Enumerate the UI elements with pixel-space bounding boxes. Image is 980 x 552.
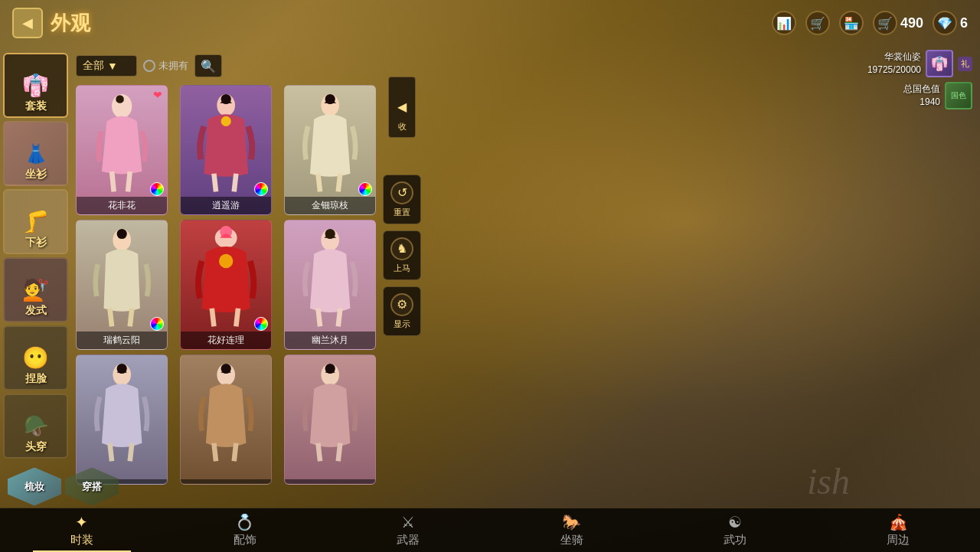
svg-point-11: [219, 254, 233, 268]
color-picker-dot-4[interactable]: [150, 317, 164, 331]
tab-weapon[interactable]: ⚔ 武器: [327, 508, 490, 552]
chuanda-button[interactable]: 穿搭: [57, 465, 126, 508]
costume-name-8: [181, 479, 271, 484]
ranking-icon[interactable]: 📊: [772, 11, 796, 35]
skill-icon: ☯: [728, 513, 742, 531]
color-badge-icon[interactable]: 国色: [945, 82, 972, 109]
info-row-2: 总国色值 1940 国色: [903, 82, 972, 109]
costume-svg-7: [86, 361, 158, 461]
li-badge: 礼: [958, 57, 972, 71]
sidebar-item-head[interactable]: 🪖 头穿: [3, 394, 68, 459]
costume-figure-5: [181, 220, 271, 332]
filter-bar: 全部 ▼ 未拥有 🔍: [73, 50, 387, 82]
costume-item-9[interactable]: [284, 354, 376, 485]
search-icon: 🔍: [201, 59, 216, 73]
left-sidebar: 👘 套装 👗 坐衫 🦵 下衫 💇 发式 😶 捏脸 🪖 头穿: [0, 50, 73, 462]
costume-name-text: 华裳仙姿: [867, 51, 921, 64]
costume-progress-text: 19725/20000: [867, 64, 921, 77]
svg-point-8: [116, 229, 126, 239]
costume-svg-5: [190, 226, 262, 326]
currency2-value: 6: [960, 15, 968, 31]
shirt-icon: 👘: [931, 55, 948, 72]
costume-item-4[interactable]: 瑞鹤云阳: [76, 220, 168, 350]
filter-dropdown[interactable]: 全部 ▼: [76, 55, 137, 77]
cart-icon[interactable]: 🛒: [873, 11, 897, 35]
shop-icon[interactable]: 🏪: [839, 11, 864, 35]
bottom-tab-bar: ✦ 时装 💍 配饰 ⚔ 武器 🐎 坐骑 ☯ 武功 🎪 周边: [0, 508, 980, 552]
costume-svg-3: [294, 91, 366, 191]
shuzhuang-diamond: 梳妆: [8, 468, 61, 506]
back-button[interactable]: ◀: [12, 8, 43, 38]
costume-name-2: 逍遥游: [181, 197, 271, 214]
bottom-label: 下衫: [5, 236, 67, 250]
tab-fashion[interactable]: ✦ 时装: [0, 508, 163, 552]
tab-fashion-label: 时装: [70, 533, 93, 547]
info-row-1: 华裳仙姿 19725/20000 👘 礼: [867, 50, 972, 77]
costume-svg-2: [190, 91, 262, 191]
display-button[interactable]: ⚙ 显示: [383, 286, 421, 336]
costume-svg-9: [294, 361, 366, 461]
dropdown-label: 全部: [83, 59, 104, 73]
costume-figure-6: [285, 220, 375, 332]
color-picker-dot-3[interactable]: [358, 182, 372, 196]
costume-item-1[interactable]: ❤ 花非花: [76, 85, 168, 215]
fashion-icon: ✦: [75, 513, 88, 531]
costume-svg-4: [86, 226, 158, 326]
tab-mount[interactable]: 🐎 坐骑: [490, 508, 653, 552]
bottom-left-buttons: 梳妆 穿搭: [0, 465, 126, 508]
color-picker-dot-5[interactable]: [254, 317, 268, 331]
sidebar-item-bottom[interactable]: 🦵 下衫: [3, 189, 68, 254]
color-picker-dot[interactable]: [150, 182, 164, 196]
page-title: 外观: [51, 10, 90, 37]
collapse-button[interactable]: ◀ 收: [388, 77, 416, 138]
costume-name-6: 幽兰沐月: [285, 332, 375, 349]
sidebar-item-suit[interactable]: 👘 套装: [3, 53, 68, 118]
gem-icon[interactable]: 💎: [933, 11, 957, 35]
icon-group-1: 📊: [772, 11, 796, 35]
costume-heart-icon: ❤: [153, 89, 162, 101]
hair-label: 发式: [5, 304, 67, 318]
top-bar: ◀ 外观 📊 🛒 🏪 🛒 490 💎 6: [0, 0, 980, 46]
costume-item-3[interactable]: 金钿琼枝: [284, 85, 376, 215]
tab-skill[interactable]: ☯ 武功: [653, 508, 816, 552]
icon-group-4: 🛒 490: [873, 11, 923, 35]
costume-figure-8: [181, 355, 271, 467]
mount-icon: ♞: [390, 237, 413, 260]
top-right-icons: 📊 🛒 🏪 🛒 490 💎 6: [772, 11, 968, 35]
mount-label: 上马: [394, 263, 410, 274]
merchant-icon[interactable]: 🛒: [805, 11, 830, 35]
filter-radio-unowned[interactable]: 未拥有: [143, 59, 188, 73]
tab-mount-label: 坐骑: [560, 533, 583, 547]
tab-peripheral[interactable]: 🎪 周边: [817, 508, 980, 552]
color-picker-dot-2[interactable]: [254, 182, 268, 196]
icon-group-3: 🏪: [839, 11, 864, 35]
costume-name-3: 金钿琼枝: [285, 197, 375, 214]
reset-button[interactable]: ↺ 重置: [383, 175, 421, 224]
right-action-buttons: ◀ 收 ↺ 重置 ♞ 上马 ⚙ 显示: [383, 77, 421, 336]
sidebar-item-top[interactable]: 👗 坐衫: [3, 121, 68, 186]
costume-item-8[interactable]: [180, 354, 272, 485]
costume-item-5[interactable]: 花好连理: [180, 220, 272, 350]
costume-item-6[interactable]: 幽兰沐月: [284, 220, 376, 350]
search-button[interactable]: 🔍: [194, 54, 222, 77]
svg-point-4: [220, 116, 230, 126]
costume-name-9: [285, 479, 375, 484]
sidebar-item-face[interactable]: 😶 捏脸: [3, 325, 68, 390]
chuanda-diamond: 穿搭: [65, 468, 119, 506]
tab-accessory[interactable]: 💍 配饰: [163, 508, 326, 552]
suit-label: 套装: [5, 100, 67, 113]
display-label: 显示: [394, 318, 410, 330]
color-value-number: 1940: [903, 96, 940, 109]
sidebar-item-hair[interactable]: 💇 发式: [3, 257, 68, 322]
costume-svg-6: [294, 226, 366, 326]
costume-svg-8: [190, 361, 262, 461]
icon-group-2: 🛒: [805, 11, 830, 35]
currency1-value: 490: [900, 15, 923, 31]
face-label: 捏脸: [5, 372, 67, 386]
chevron-left-icon: ◀: [397, 100, 407, 114]
mount-button[interactable]: ♞ 上马: [383, 230, 421, 280]
costume-item-2[interactable]: 逍遥游: [180, 85, 272, 215]
top-label: 坐衫: [5, 168, 67, 181]
main-content: 全部 ▼ 未拥有 🔍 ❤: [73, 50, 387, 488]
costume-badge-icon[interactable]: 👘: [926, 50, 953, 77]
